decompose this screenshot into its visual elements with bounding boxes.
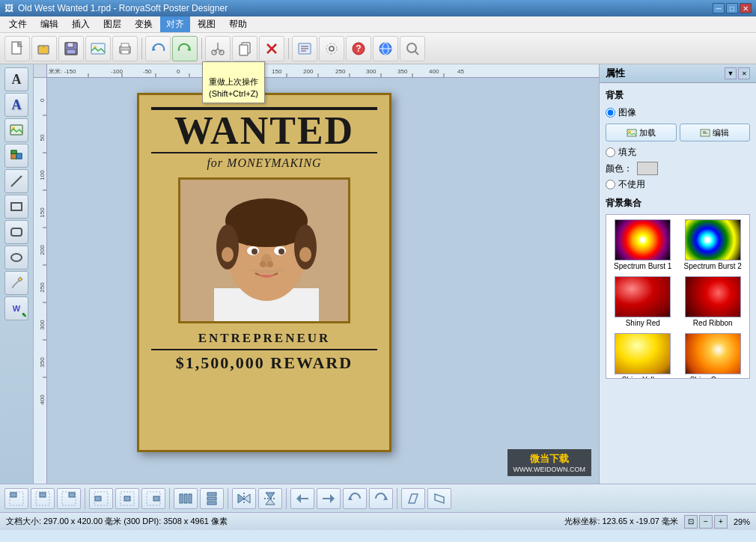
open-button[interactable] <box>31 36 57 61</box>
bg-item-0[interactable]: Spectrum Burst 1 <box>609 218 677 272</box>
fill-radio[interactable] <box>606 147 615 157</box>
title-area: 🖼 Old West Wanted 1.rpd - RonyaSoft Post… <box>4 3 228 13</box>
none-radio[interactable] <box>606 180 615 189</box>
zoom-in-button[interactable]: + <box>714 515 728 529</box>
svg-text:300: 300 <box>39 320 46 330</box>
menu-file[interactable]: 文件 <box>3 16 33 32</box>
svg-rect-41 <box>11 203 22 210</box>
align-ml-button[interactable] <box>89 488 113 509</box>
image-radio[interactable] <box>606 108 615 118</box>
bg-item-5[interactable]: Shiny Orange <box>680 332 747 379</box>
svg-marker-143 <box>435 494 444 503</box>
styled-text-tool[interactable]: A <box>4 93 28 117</box>
rectangle-tool[interactable] <box>4 195 28 219</box>
redo-button[interactable] <box>172 36 198 61</box>
pencil-tool[interactable] <box>4 271 28 295</box>
bg-label-0: Spectrum Burst 1 <box>614 262 671 270</box>
internet-button[interactable] <box>373 36 398 61</box>
help-button[interactable]: ? <box>346 36 371 61</box>
distribute-v-button[interactable] <box>200 488 224 509</box>
toolbar: ? 重做上次操作 (Shift+Ctrl+Z) <box>0 33 756 64</box>
save-button[interactable] <box>58 36 84 61</box>
menu-transform[interactable]: 变换 <box>129 16 159 32</box>
edit-button[interactable]: 编辑 <box>680 124 751 141</box>
menu-edit[interactable]: 编辑 <box>34 16 64 32</box>
window-controls[interactable]: ─ □ ✕ <box>713 3 752 13</box>
wanted-title: WANTED <box>151 112 377 150</box>
svg-text:300: 300 <box>366 68 377 75</box>
bg-item-3[interactable]: Red Ribbon <box>680 275 747 329</box>
photo-frame <box>178 177 350 323</box>
maximize-button[interactable]: □ <box>726 3 738 13</box>
svg-text:200: 200 <box>39 245 46 255</box>
menu-help[interactable]: 帮助 <box>223 16 253 32</box>
zoom-out-button[interactable]: − <box>699 515 713 529</box>
zoom-fit-button[interactable]: ⊡ <box>684 515 698 529</box>
delete-button[interactable] <box>259 36 284 61</box>
new-button[interactable] <box>4 36 30 61</box>
panel-body: 背景 图像 加载 编辑 填充 颜色： <box>600 83 756 484</box>
bt-sep5 <box>397 488 397 509</box>
fill-color-swatch[interactable] <box>637 162 658 175</box>
svg-marker-142 <box>409 494 418 503</box>
rotate-ccw-button[interactable] <box>343 488 367 509</box>
menu-view[interactable]: 视图 <box>192 16 222 32</box>
svg-point-106 <box>267 261 273 267</box>
align-tc-button[interactable] <box>31 488 55 509</box>
svg-line-34 <box>415 51 418 55</box>
background-gallery[interactable]: Spectrum Burst 1 Spectrum Burst 2 Shiny … <box>606 214 750 379</box>
import-image-button[interactable] <box>85 36 111 61</box>
print-button[interactable] <box>112 36 138 61</box>
minimize-button[interactable]: ─ <box>713 3 725 13</box>
skew-v-button[interactable] <box>427 488 451 509</box>
line-tool[interactable] <box>4 169 28 193</box>
document-info: 文档大小: 297.00 x 420.00 毫米 (300 DPI): 3508… <box>6 516 228 527</box>
shape-tool[interactable] <box>4 144 28 168</box>
ellipse-tool[interactable] <box>4 246 28 270</box>
align-mr-button[interactable] <box>141 488 165 509</box>
flip-v-button[interactable] <box>258 488 282 509</box>
align-mc-button[interactable] <box>115 488 139 509</box>
load-button[interactable]: 加载 <box>606 124 677 141</box>
arrow-left-button[interactable] <box>290 488 314 509</box>
text-tool[interactable]: A <box>4 67 28 91</box>
panel-close-button[interactable]: ✕ <box>738 67 750 79</box>
align-tl-button[interactable] <box>4 488 28 509</box>
settings-button[interactable] <box>319 36 344 61</box>
svg-rect-39 <box>11 150 16 153</box>
flip-h-button[interactable] <box>232 488 256 509</box>
canvas-area[interactable]: 米米: -150 -100 -50 0 50 100 150 200 <box>34 64 599 484</box>
undo-button[interactable] <box>145 36 171 61</box>
rotate-cw-button[interactable] <box>369 488 393 509</box>
menu-insert[interactable]: 插入 <box>66 16 96 32</box>
gallery-section: 背景集合 Spectrum Burst 1 Spectrum Burst 2 <box>606 197 750 379</box>
rounded-rect-tool[interactable] <box>4 220 28 244</box>
special-object-tool[interactable]: ✎ W <box>4 296 28 320</box>
svg-text:0: 0 <box>39 98 46 102</box>
bg-item-1[interactable]: Spectrum Burst 2 <box>680 218 747 272</box>
arrow-right-button[interactable] <box>317 488 341 509</box>
search-button[interactable] <box>400 36 425 61</box>
none-radio-label: 不使用 <box>618 178 645 191</box>
none-radio-row: 不使用 <box>606 178 750 191</box>
image-tool[interactable] <box>4 118 28 142</box>
align-tr-button[interactable] <box>57 488 81 509</box>
bg-item-4[interactable]: Shiny Yellow <box>609 332 677 379</box>
menu-layer[interactable]: 图层 <box>97 16 127 32</box>
wanted-header: WANTED <box>151 107 377 153</box>
copy-button[interactable] <box>232 36 257 61</box>
close-button[interactable]: ✕ <box>740 3 752 13</box>
menu-align[interactable]: 对齐 <box>160 16 190 32</box>
poster-document: WANTED for MONEYMAKING <box>137 93 391 452</box>
properties-button[interactable] <box>292 36 317 61</box>
panel-collapse-button[interactable]: ▼ <box>725 67 737 79</box>
cut-button[interactable] <box>205 36 231 61</box>
redo-tooltip: 重做上次操作 (Shift+Ctrl+Z) <box>202 61 265 103</box>
drawing-canvas[interactable]: WANTED for MONEYMAKING <box>47 78 599 484</box>
zoom-level: 29% <box>729 517 750 526</box>
skew-h-button[interactable] <box>401 488 425 509</box>
bg-item-2[interactable]: Shiny Red <box>609 275 677 329</box>
for-text: for MONEYMAKING <box>207 156 321 170</box>
ruler-vertical: 0 50 100 150 200 250 300 350 400 <box>34 78 47 484</box>
distribute-h-button[interactable] <box>174 488 198 509</box>
